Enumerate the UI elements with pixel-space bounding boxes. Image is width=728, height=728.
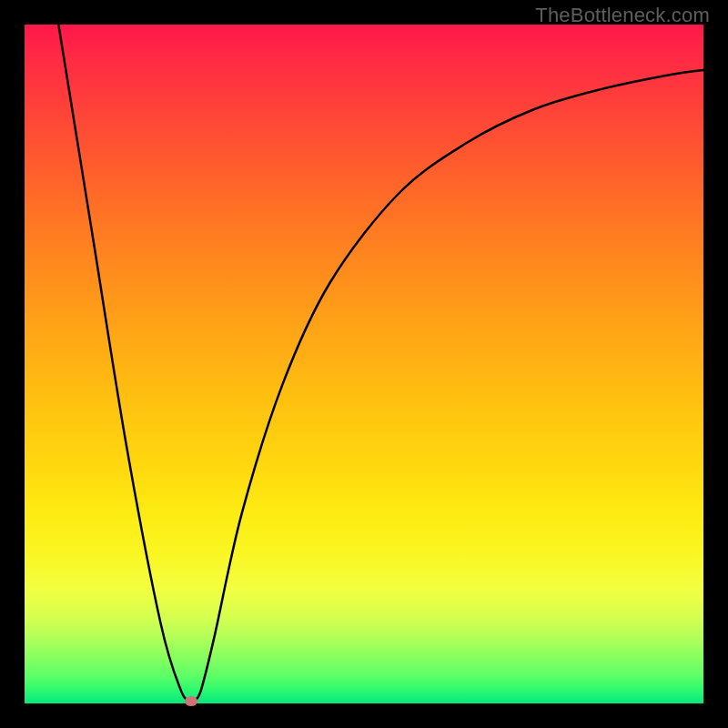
- chart-container: TheBottleneck.com: [0, 0, 728, 728]
- curve-layer: [25, 25, 703, 703]
- minimum-marker: [185, 696, 197, 706]
- bottleneck-curve: [58, 25, 703, 703]
- watermark-text: TheBottleneck.com: [535, 4, 710, 27]
